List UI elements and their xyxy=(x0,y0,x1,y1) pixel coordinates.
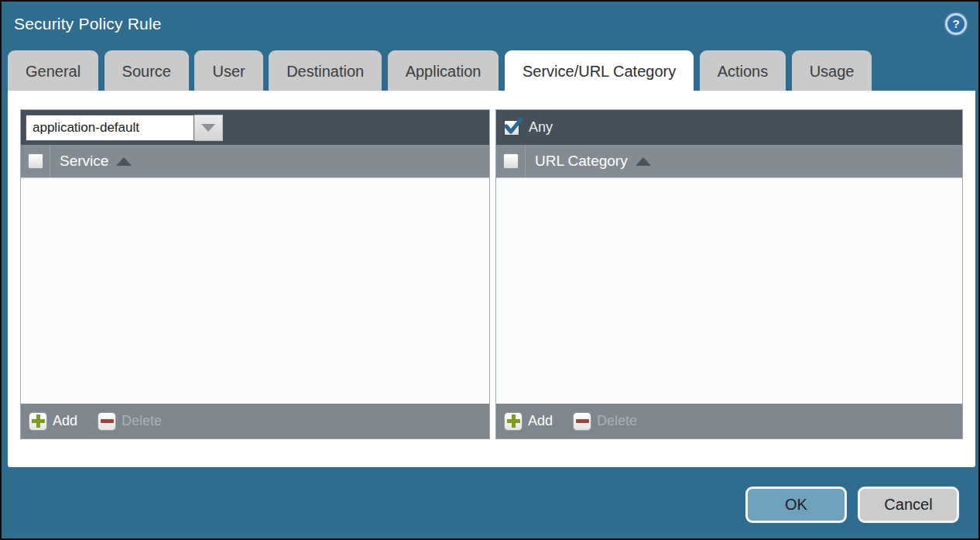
chevron-down-icon xyxy=(201,124,215,132)
tab-application[interactable]: Application xyxy=(388,50,499,91)
service-dropdown-button[interactable] xyxy=(194,115,223,141)
ok-button[interactable]: OK xyxy=(745,487,847,523)
dialog-title: Security Policy Rule xyxy=(14,15,162,33)
add-icon xyxy=(504,412,523,431)
service-delete-button[interactable]: Delete xyxy=(98,412,162,431)
add-button-label: Add xyxy=(53,413,77,429)
url-category-column-label[interactable]: URL Category xyxy=(535,153,628,170)
url-category-list xyxy=(496,178,962,404)
tab-service-url-category[interactable]: Service/URL Category xyxy=(505,50,694,91)
any-checkbox[interactable] xyxy=(504,120,519,136)
delete-button-label: Delete xyxy=(122,413,162,429)
service-select-all-cell xyxy=(21,145,50,177)
tab-content: Service Add Delete xyxy=(8,91,975,467)
url-category-panel-header: Any xyxy=(496,110,962,145)
service-column-label[interactable]: Service xyxy=(60,153,108,170)
tab-general[interactable]: General xyxy=(8,50,98,91)
tab-destination[interactable]: Destination xyxy=(269,50,382,91)
any-checkbox-label[interactable]: Any xyxy=(529,119,553,136)
tab-usage[interactable]: Usage xyxy=(792,50,872,91)
service-panel-header xyxy=(21,110,489,145)
url-category-select-all-checkbox[interactable] xyxy=(503,153,519,169)
url-category-panel-footer: Add Delete xyxy=(496,404,962,439)
service-dropdown-input[interactable] xyxy=(26,115,194,141)
url-category-select-all-cell xyxy=(496,145,526,177)
security-policy-rule-dialog: Security Policy Rule ? General Source Us… xyxy=(0,0,980,540)
delete-icon xyxy=(98,412,116,431)
service-select-all-checkbox[interactable] xyxy=(28,153,43,169)
url-category-column-header: URL Category xyxy=(496,145,962,178)
cancel-button[interactable]: Cancel xyxy=(858,487,959,523)
tab-bar: General Source User Destination Applicat… xyxy=(8,50,874,91)
sort-ascending-icon[interactable] xyxy=(116,157,132,166)
delete-button-label: Delete xyxy=(597,413,637,429)
tab-user[interactable]: User xyxy=(194,50,262,91)
service-add-button[interactable]: Add xyxy=(29,412,77,431)
help-icon[interactable]: ? xyxy=(945,13,967,35)
checkmark-icon xyxy=(503,117,523,137)
tab-actions[interactable]: Actions xyxy=(700,50,786,91)
service-panel: Service Add Delete xyxy=(20,109,490,439)
delete-icon xyxy=(573,412,591,431)
service-panel-footer: Add Delete xyxy=(21,404,489,439)
add-icon xyxy=(29,412,47,431)
service-column-header: Service xyxy=(21,145,489,178)
url-category-add-button[interactable]: Add xyxy=(504,412,553,431)
sort-ascending-icon[interactable] xyxy=(636,157,651,166)
service-list xyxy=(21,178,489,404)
url-category-delete-button[interactable]: Delete xyxy=(573,412,637,431)
add-button-label: Add xyxy=(528,413,553,429)
tab-source[interactable]: Source xyxy=(105,50,189,91)
url-category-panel: Any URL Category Add xyxy=(495,109,963,439)
